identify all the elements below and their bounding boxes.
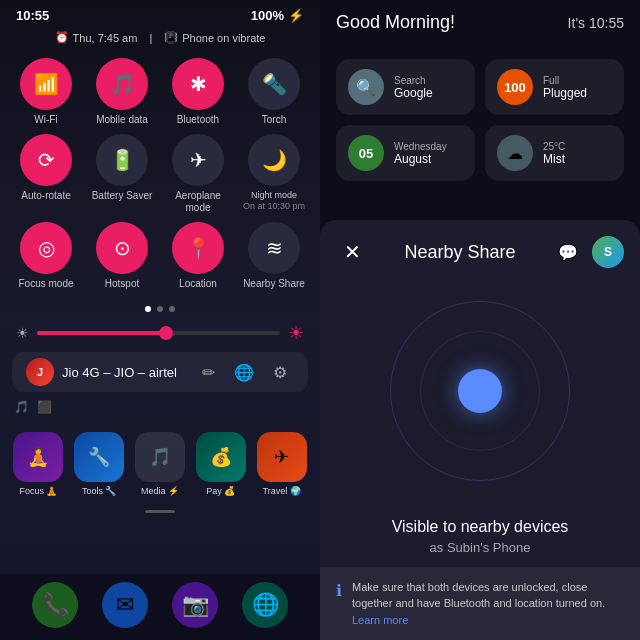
tile-wifi[interactable]: 📶 Wi-Fi [12, 58, 80, 126]
auto-rotate-icon-bg: ⟳ [20, 134, 72, 186]
mobile-data-label: Mobile data [96, 114, 148, 126]
alarm-text: Thu, 7:45 am [73, 32, 138, 44]
nearby-scan-area [320, 276, 640, 506]
nearby-learn-more-link[interactable]: Learn more [352, 614, 408, 626]
brightness-fill [37, 331, 171, 335]
app-folders: 🧘 Focus 🧘 🔧 Tools 🔧 🎵 Media ⚡ 💰 Pay 💰 ✈ [0, 422, 320, 506]
folder-pay[interactable]: 💰 Pay 💰 [194, 432, 247, 496]
media-icon2: ⬛ [37, 400, 52, 414]
network-globe-button[interactable]: 🌐 [230, 358, 258, 386]
info-card-search[interactable]: 🔍 Search Google [336, 59, 475, 115]
nearby-footer-text: Make sure that both devices are unlocked… [352, 579, 624, 629]
search-main: Google [394, 86, 433, 100]
aeroplane-label: Aeroplane mode [164, 190, 232, 214]
nearby-status-main: Visible to nearby devices [340, 518, 620, 536]
mobile-data-icon-bg: 🎵 [96, 58, 148, 110]
bluetooth-label: Bluetooth [177, 114, 219, 126]
nearby-footer: ℹ Make sure that both devices are unlock… [320, 567, 640, 641]
battery-card-icon: 100 [497, 69, 533, 105]
network-edit-button[interactable]: ✏ [194, 358, 222, 386]
folder-travel[interactable]: ✈ Travel 🌍 [255, 432, 308, 496]
nearby-chat-button[interactable]: 💬 [552, 236, 584, 268]
status-time: 10:55 [16, 8, 49, 23]
info-card-battery[interactable]: 100 Full Plugged [485, 59, 624, 115]
status-bar: 10:55 100% ⚡ [0, 0, 320, 27]
dot-2 [157, 306, 163, 312]
location-icon: 📍 [186, 236, 211, 260]
notification-bar: ⏰ Thu, 7:45 am | 📳 Phone on vibrate [0, 27, 320, 48]
night-mode-label: Night modeOn at 10:30 pm [243, 190, 305, 212]
tile-mobile-data[interactable]: 🎵 Mobile data [88, 58, 156, 126]
date-sub: Wednesday [394, 141, 447, 152]
search-card-text: Search Google [394, 75, 433, 100]
folder-media-icon: 🎵 [135, 432, 185, 482]
alarm-notif: ⏰ Thu, 7:45 am [55, 31, 138, 44]
torch-icon-bg: 🔦 [248, 58, 300, 110]
dock-camera[interactable]: 📷 [172, 582, 218, 628]
tile-location[interactable]: 📍 Location [164, 222, 232, 290]
folder-tools[interactable]: 🔧 Tools 🔧 [73, 432, 126, 496]
nearby-share-header: ✕ Nearby Share 💬 S [320, 220, 640, 276]
search-card-icon: 🔍 [348, 69, 384, 105]
tile-torch[interactable]: 🔦 Torch [240, 58, 308, 126]
nearby-info-icon: ℹ [336, 581, 342, 600]
tile-aeroplane[interactable]: ✈ Aeroplane mode [164, 134, 232, 214]
info-card-weather[interactable]: ☁ 25°C Mist [485, 125, 624, 181]
dock-messages[interactable]: ✉ [102, 582, 148, 628]
dock-browser[interactable]: 🌐 [242, 582, 288, 628]
vibrate-notif: 📳 Phone on vibrate [164, 31, 265, 44]
date-card-icon: 05 [348, 135, 384, 171]
battery-saver-label: Battery Saver [92, 190, 153, 202]
battery-saver-icon: 🔋 [110, 148, 135, 172]
tile-auto-rotate[interactable]: ⟳ Auto-rotate [12, 134, 80, 214]
swipe-bar [145, 510, 175, 513]
media-row: 🎵 ⬛ [0, 396, 320, 418]
vibrate-text: Phone on vibrate [182, 32, 265, 44]
tile-bluetooth[interactable]: ✱ Bluetooth [164, 58, 232, 126]
focus-mode-icon-bg: ◎ [20, 222, 72, 274]
tile-focus-mode[interactable]: ◎ Focus mode [12, 222, 80, 290]
tile-hotspot[interactable]: ⊙ Hotspot [88, 222, 156, 290]
battery-card-text: Full Plugged [543, 75, 587, 100]
folder-travel-icon: ✈ [257, 432, 307, 482]
weather-card-icon: ☁ [497, 135, 533, 171]
scan-circle-outer [390, 301, 570, 481]
battery-icon: ⚡ [288, 8, 304, 23]
right-top: Good Morning! It's 10:55 [320, 0, 640, 51]
network-label: Jio 4G – JIO – airtel [62, 365, 177, 380]
folder-focus-label: Focus 🧘 [19, 486, 57, 496]
network-settings-button[interactable]: ⚙ [266, 358, 294, 386]
night-mode-icon-bg: 🌙 [248, 134, 300, 186]
tile-nearby-share[interactable]: ≋ Nearby Share [240, 222, 308, 290]
tile-night-mode[interactable]: 🌙 Night modeOn at 10:30 pm [240, 134, 308, 214]
aeroplane-icon-bg: ✈ [172, 134, 224, 186]
mobile-data-icon: 🎵 [110, 72, 135, 96]
info-card-date[interactable]: 05 Wednesday August [336, 125, 475, 181]
swipe-indicator [0, 506, 320, 517]
auto-rotate-icon: ⟳ [38, 148, 55, 172]
dock-phone[interactable]: 📞 [32, 582, 78, 628]
hotspot-label: Hotspot [105, 278, 139, 290]
weather-card-text: 25°C Mist [543, 141, 565, 166]
brightness-low-icon: ☀ [16, 325, 29, 341]
dot-1 [145, 306, 151, 312]
info-grid: 🔍 Search Google 100 Full Plugged 05 Wedn… [320, 51, 640, 189]
nearby-share-modal: ✕ Nearby Share 💬 S Visible to nearby dev… [320, 220, 640, 640]
battery-saver-icon-bg: 🔋 [96, 134, 148, 186]
scan-dot [458, 369, 502, 413]
brightness-slider[interactable] [37, 331, 280, 335]
weather-sub: 25°C [543, 141, 565, 152]
nearby-close-button[interactable]: ✕ [336, 240, 368, 264]
nearby-share-icon-bg: ≋ [248, 222, 300, 274]
location-icon-bg: 📍 [172, 222, 224, 274]
weather-main: Mist [543, 152, 565, 166]
search-sub: Search [394, 75, 433, 86]
dot-3 [169, 306, 175, 312]
folder-focus[interactable]: 🧘 Focus 🧘 [12, 432, 65, 496]
scan-circle-inner [420, 331, 540, 451]
nearby-share-title: Nearby Share [368, 242, 552, 263]
folder-media[interactable]: 🎵 Media ⚡ [134, 432, 187, 496]
folder-focus-icon: 🧘 [13, 432, 63, 482]
folder-media-label: Media ⚡ [141, 486, 179, 496]
tile-battery-saver[interactable]: 🔋 Battery Saver [88, 134, 156, 214]
